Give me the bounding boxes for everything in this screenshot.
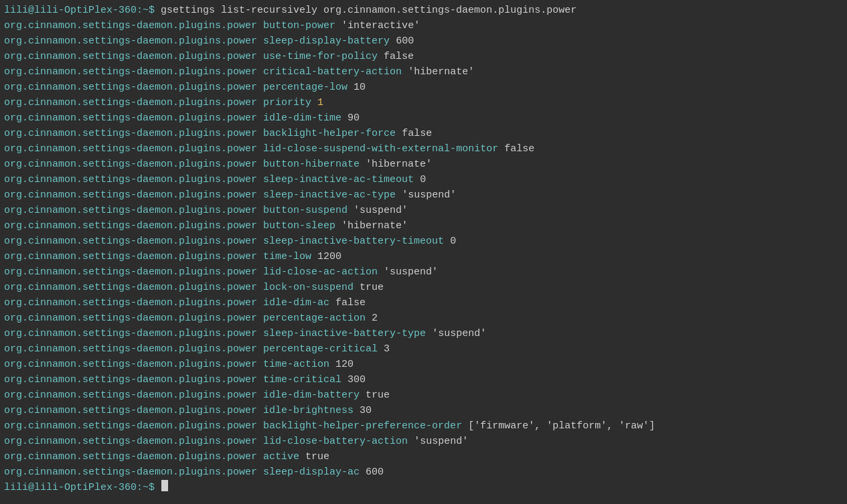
terminal: lili@lili-OptiPlex-360:~$ gsettings list… <box>0 0 847 504</box>
setting-value: 'hibernate' <box>366 157 432 172</box>
setting-value: 0 <box>450 234 456 249</box>
prompt: lili@lili-OptiPlex-360:~$ <box>4 3 161 18</box>
output-line: org.cinnamon.settings-daemon.plugins.pow… <box>4 64 843 80</box>
namespace: org.cinnamon.settings-daemon.plugins.pow… <box>4 280 263 295</box>
setting-key: percentage-low <box>263 80 354 95</box>
setting-key: use-time-for-policy <box>263 49 384 64</box>
setting-key: critical-battery-action <box>263 64 408 80</box>
setting-value: true <box>360 280 384 295</box>
setting-key: sleep-display-battery <box>263 33 396 49</box>
setting-key: sleep-display-ac <box>263 465 366 480</box>
namespace: org.cinnamon.settings-daemon.plugins.pow… <box>4 203 263 218</box>
namespace: org.cinnamon.settings-daemon.plugins.pow… <box>4 388 263 403</box>
output-line: org.cinnamon.settings-daemon.plugins.pow… <box>4 141 843 157</box>
setting-value: 1200 <box>317 249 341 264</box>
namespace: org.cinnamon.settings-daemon.plugins.pow… <box>4 264 263 280</box>
setting-value: 90 <box>348 110 360 126</box>
namespace: org.cinnamon.settings-daemon.plugins.pow… <box>4 95 263 110</box>
command-line: lili@lili-OptiPlex-360:~$ gsettings list… <box>4 3 843 18</box>
setting-value: 600 <box>396 33 414 49</box>
setting-key: sleep-inactive-ac-timeout <box>263 172 420 187</box>
output-line: org.cinnamon.settings-daemon.plugins.pow… <box>4 295 843 311</box>
namespace: org.cinnamon.settings-daemon.plugins.pow… <box>4 157 263 172</box>
final-prompt-line: lili@lili-OptiPlex-360:~$ <box>4 480 843 495</box>
setting-value: 2 <box>372 311 378 326</box>
output-line: org.cinnamon.settings-daemon.plugins.pow… <box>4 126 843 141</box>
setting-value: 30 <box>360 403 372 418</box>
setting-key: idle-dim-time <box>263 110 348 126</box>
namespace: org.cinnamon.settings-daemon.plugins.pow… <box>4 403 263 418</box>
namespace: org.cinnamon.settings-daemon.plugins.pow… <box>4 33 263 49</box>
output-line: org.cinnamon.settings-daemon.plugins.pow… <box>4 280 843 295</box>
output-line: org.cinnamon.settings-daemon.plugins.pow… <box>4 403 843 418</box>
namespace: org.cinnamon.settings-daemon.plugins.pow… <box>4 187 263 203</box>
namespace: org.cinnamon.settings-daemon.plugins.pow… <box>4 465 263 480</box>
setting-key: backlight-helper-preference-order <box>263 418 468 434</box>
output-line: org.cinnamon.settings-daemon.plugins.pow… <box>4 341 843 357</box>
namespace: org.cinnamon.settings-daemon.plugins.pow… <box>4 249 263 264</box>
setting-key: lid-close-battery-action <box>263 434 414 449</box>
namespace: org.cinnamon.settings-daemon.plugins.pow… <box>4 80 263 95</box>
namespace: org.cinnamon.settings-daemon.plugins.pow… <box>4 418 263 434</box>
output-line: org.cinnamon.settings-daemon.plugins.pow… <box>4 249 843 264</box>
namespace: org.cinnamon.settings-daemon.plugins.pow… <box>4 295 263 311</box>
namespace: org.cinnamon.settings-daemon.plugins.pow… <box>4 372 263 388</box>
output-line: org.cinnamon.settings-daemon.plugins.pow… <box>4 187 843 203</box>
output-line: org.cinnamon.settings-daemon.plugins.pow… <box>4 388 843 403</box>
namespace: org.cinnamon.settings-daemon.plugins.pow… <box>4 110 263 126</box>
namespace: org.cinnamon.settings-daemon.plugins.pow… <box>4 341 263 357</box>
namespace: org.cinnamon.settings-daemon.plugins.pow… <box>4 357 263 372</box>
namespace: org.cinnamon.settings-daemon.plugins.pow… <box>4 434 263 449</box>
setting-key: time-low <box>263 249 317 264</box>
setting-key: sleep-inactive-ac-type <box>263 187 402 203</box>
setting-key: idle-dim-battery <box>263 388 366 403</box>
output-line: org.cinnamon.settings-daemon.plugins.pow… <box>4 49 843 64</box>
output-lines: org.cinnamon.settings-daemon.plugins.pow… <box>4 18 843 480</box>
output-line: org.cinnamon.settings-daemon.plugins.pow… <box>4 203 843 218</box>
namespace: org.cinnamon.settings-daemon.plugins.pow… <box>4 326 263 341</box>
namespace: org.cinnamon.settings-daemon.plugins.pow… <box>4 18 263 33</box>
setting-value: false <box>402 126 432 141</box>
output-line: org.cinnamon.settings-daemon.plugins.pow… <box>4 172 843 187</box>
setting-key: time-action <box>263 357 335 372</box>
namespace: org.cinnamon.settings-daemon.plugins.pow… <box>4 218 263 234</box>
setting-value: 'suspend' <box>414 434 468 449</box>
output-line: org.cinnamon.settings-daemon.plugins.pow… <box>4 33 843 49</box>
setting-value: 'suspend' <box>384 264 438 280</box>
namespace: org.cinnamon.settings-daemon.plugins.pow… <box>4 126 263 141</box>
output-line: org.cinnamon.settings-daemon.plugins.pow… <box>4 326 843 341</box>
setting-value: 300 <box>348 372 366 388</box>
output-line: org.cinnamon.settings-daemon.plugins.pow… <box>4 449 843 465</box>
output-line: org.cinnamon.settings-daemon.plugins.pow… <box>4 434 843 449</box>
output-line: org.cinnamon.settings-daemon.plugins.pow… <box>4 157 843 172</box>
output-line: org.cinnamon.settings-daemon.plugins.pow… <box>4 465 843 480</box>
setting-key: button-suspend <box>263 203 354 218</box>
setting-value: true <box>305 449 329 465</box>
setting-value: false <box>384 49 414 64</box>
setting-value: ['firmware', 'platform', 'raw'] <box>468 418 655 434</box>
setting-key: lid-close-ac-action <box>263 264 384 280</box>
setting-value: 120 <box>335 357 354 372</box>
output-line: org.cinnamon.settings-daemon.plugins.pow… <box>4 110 843 126</box>
setting-value: 'suspend' <box>354 203 408 218</box>
setting-value: 'suspend' <box>402 187 456 203</box>
setting-key: lid-close-suspend-with-external-monitor <box>263 141 504 157</box>
namespace: org.cinnamon.settings-daemon.plugins.pow… <box>4 311 263 326</box>
output-line: org.cinnamon.settings-daemon.plugins.pow… <box>4 218 843 234</box>
setting-key: sleep-inactive-battery-timeout <box>263 234 450 249</box>
output-line: org.cinnamon.settings-daemon.plugins.pow… <box>4 234 843 249</box>
setting-key: lock-on-suspend <box>263 280 360 295</box>
output-line: org.cinnamon.settings-daemon.plugins.pow… <box>4 357 843 372</box>
output-line: org.cinnamon.settings-daemon.plugins.pow… <box>4 18 843 33</box>
setting-key: button-power <box>263 18 341 33</box>
output-line: org.cinnamon.settings-daemon.plugins.pow… <box>4 418 843 434</box>
setting-value: 'hibernate' <box>408 64 474 80</box>
setting-value: 'interactive' <box>341 18 420 33</box>
setting-value: 10 <box>354 80 366 95</box>
namespace: org.cinnamon.settings-daemon.plugins.pow… <box>4 449 263 465</box>
final-prompt: lili@lili-OptiPlex-360:~$ <box>4 480 161 495</box>
setting-key: percentage-critical <box>263 341 384 357</box>
setting-value: 'suspend' <box>432 326 486 341</box>
command: gsettings list-recursively org.cinnamon.… <box>161 3 576 18</box>
setting-key: sleep-inactive-battery-type <box>263 326 432 341</box>
